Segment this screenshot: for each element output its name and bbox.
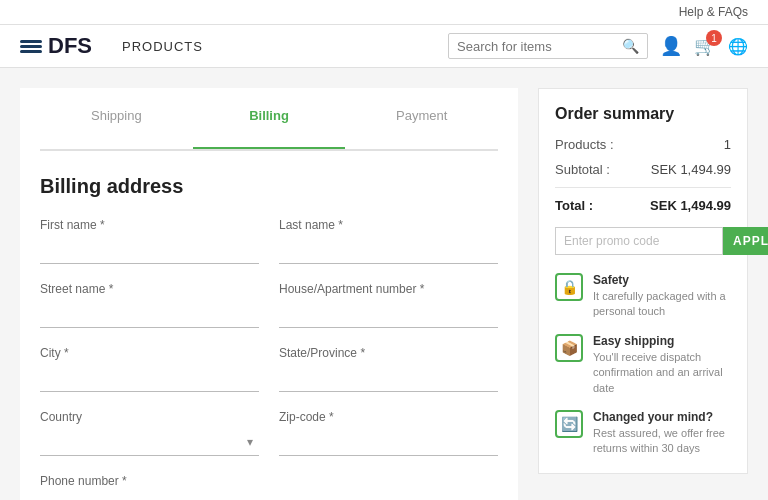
state-group: State/Province * [279, 346, 498, 392]
logo-wave-3 [20, 50, 42, 53]
summary-divider [555, 187, 731, 188]
zip-input[interactable] [279, 428, 498, 456]
safety-item: 🔒 Safety It carefully packaged with a pe… [555, 273, 731, 320]
products-label: Products : [555, 137, 614, 152]
returns-desc: Rest assured, we offer free returns with… [593, 426, 731, 457]
search-box: 🔍 [448, 33, 648, 59]
city-input[interactable] [40, 364, 259, 392]
street-row: Street name * House/Apartment number * [40, 282, 498, 328]
search-icon: 🔍 [622, 38, 639, 54]
billing-title: Billing address [40, 175, 498, 198]
help-link[interactable]: Help & FAQs [679, 5, 748, 19]
header-right: 🔍 👤 🛒 1 🌐 [448, 33, 748, 59]
logo-wave-1 [20, 40, 42, 43]
products-row: Products : 1 [555, 137, 731, 152]
returns-title: Changed your mind? [593, 410, 731, 424]
header: DFS PRODUCTS 🔍 👤 🛒 1 🌐 [0, 25, 768, 68]
zip-label: Zip-code * [279, 410, 498, 424]
city-label: City * [40, 346, 259, 360]
form-area: Shipping Billing Payment Billing address… [20, 88, 518, 500]
first-name-input[interactable] [40, 236, 259, 264]
user-icon-button[interactable]: 👤 [660, 35, 682, 57]
logo: DFS [20, 33, 92, 59]
user-icon: 👤 [660, 36, 682, 56]
cart-badge: 1 [706, 30, 722, 46]
returns-text: Changed your mind? Rest assured, we offe… [593, 410, 731, 457]
name-row: First name * Last name * [40, 218, 498, 264]
info-section: 🔒 Safety It carefully packaged with a pe… [555, 273, 731, 457]
city-group: City * [40, 346, 259, 392]
order-summary: Order summary Products : 1 Subtotal : SE… [538, 88, 748, 474]
street-name-group: Street name * [40, 282, 259, 328]
logo-text: DFS [48, 33, 92, 59]
shipping-title: Easy shipping [593, 334, 731, 348]
street-name-input[interactable] [40, 300, 259, 328]
promo-input[interactable] [555, 227, 723, 255]
safety-icon: 🔒 [555, 273, 583, 301]
subtotal-label: Subtotal : [555, 162, 610, 177]
total-row: Total : SEK 1,494.99 [555, 198, 731, 213]
street-name-label: Street name * [40, 282, 259, 296]
zip-group: Zip-code * [279, 410, 498, 456]
phone-label: Phone number * [40, 474, 498, 488]
first-name-group: First name * [40, 218, 259, 264]
house-number-label: House/Apartment number * [279, 282, 498, 296]
logo-wave-2 [20, 45, 42, 48]
safety-desc: It carefully packaged with a personal to… [593, 289, 731, 320]
returns-item: 🔄 Changed your mind? Rest assured, we of… [555, 410, 731, 457]
last-name-group: Last name * [279, 218, 498, 264]
shipping-text: Easy shipping You'll receive dispatch co… [593, 334, 731, 396]
step-payment[interactable]: Payment [345, 108, 498, 135]
apply-button[interactable]: APPLY [723, 227, 768, 255]
phone-input[interactable] [40, 492, 498, 500]
phone-group: Phone number * [40, 474, 498, 500]
house-number-group: House/Apartment number * [279, 282, 498, 328]
step-shipping[interactable]: Shipping [40, 108, 193, 135]
safety-text: Safety It carefully packaged with a pers… [593, 273, 731, 320]
products-value: 1 [724, 137, 731, 152]
shipping-item: 📦 Easy shipping You'll receive dispatch … [555, 334, 731, 396]
safety-title: Safety [593, 273, 731, 287]
promo-row: APPLY [555, 227, 731, 255]
city-state-row: City * State/Province * [40, 346, 498, 392]
logo-waves [20, 40, 42, 53]
returns-icon: 🔄 [555, 410, 583, 438]
subtotal-value: SEK 1,494.99 [651, 162, 731, 177]
main-content: Shipping Billing Payment Billing address… [0, 68, 768, 500]
step-billing[interactable]: Billing [193, 108, 346, 135]
nav-products[interactable]: PRODUCTS [122, 39, 203, 54]
cart-icon-button[interactable]: 🛒 1 [694, 35, 716, 57]
topbar: Help & FAQs [0, 0, 768, 25]
country-label: Country [40, 410, 259, 424]
search-input[interactable] [457, 39, 622, 54]
last-name-input[interactable] [279, 236, 498, 264]
subtotal-row: Subtotal : SEK 1,494.99 [555, 162, 731, 177]
house-number-input[interactable] [279, 300, 498, 328]
shipping-desc: You'll receive dispatch confirmation and… [593, 350, 731, 396]
country-group: Country Sweden United States United King… [40, 410, 259, 456]
total-label: Total : [555, 198, 593, 213]
step-shipping-label: Shipping [91, 108, 142, 123]
shipping-icon: 📦 [555, 334, 583, 362]
state-label: State/Province * [279, 346, 498, 360]
country-select-wrapper: Sweden United States United Kingdom [40, 428, 259, 456]
last-name-label: Last name * [279, 218, 498, 232]
stepper: Shipping Billing Payment [40, 108, 498, 151]
summary-title: Order summary [555, 105, 731, 123]
globe-icon[interactable]: 🌐 [728, 37, 748, 56]
step-billing-label: Billing [249, 108, 289, 123]
phone-row: Phone number * [40, 474, 498, 500]
country-zip-row: Country Sweden United States United King… [40, 410, 498, 456]
total-value: SEK 1,494.99 [650, 198, 731, 213]
first-name-label: First name * [40, 218, 259, 232]
state-input[interactable] [279, 364, 498, 392]
country-select[interactable]: Sweden United States United Kingdom [40, 428, 259, 456]
step-payment-label: Payment [396, 108, 447, 123]
